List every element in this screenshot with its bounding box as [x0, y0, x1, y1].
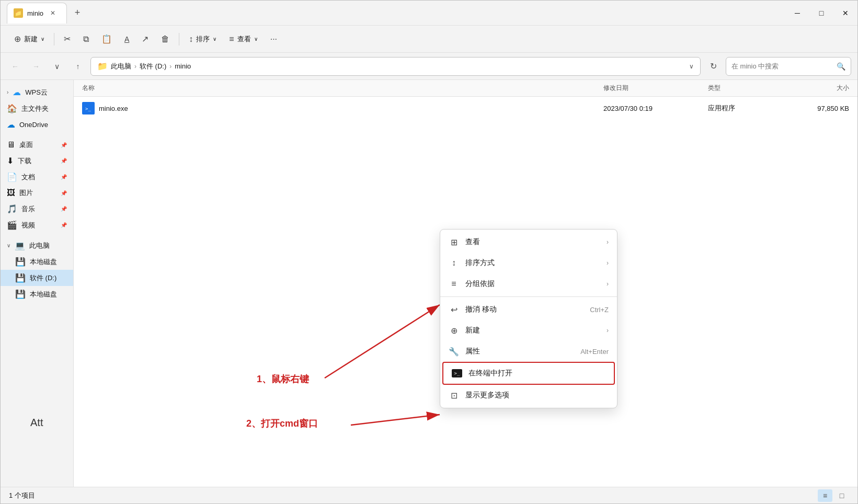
view-dropdown-icon: ∨: [254, 36, 258, 42]
ctx-undo-icon: ↩: [449, 304, 459, 315]
address-box[interactable]: 📁 此电脑 › 软件 (D:) › minio ∨: [90, 57, 701, 76]
search-input[interactable]: [731, 62, 833, 70]
status-text: 1 个项目: [9, 491, 35, 500]
ctx-new-icon: ⊕: [449, 325, 459, 336]
sidebar-music-label: 音乐: [21, 204, 35, 214]
view-button[interactable]: ≡ 查看 ∨: [224, 31, 262, 47]
ctx-item-new[interactable]: ⊕ 新建 ›: [440, 320, 617, 341]
main-content: › ☁ WPS云 🏠 主文件夹 ☁ OneDrive 🖥 桌面 📌 ⬇ 下载: [1, 80, 857, 487]
tab-folder-icon: 📁: [14, 8, 23, 18]
expand-icon-thispc: ∨: [7, 243, 10, 248]
sidebar-item-localdisk1[interactable]: 💾 本地磁盘: [1, 254, 73, 270]
file-name-cell: >_ minio.exe: [82, 102, 603, 114]
ctx-group-icon: ≡: [449, 279, 459, 289]
sort-button[interactable]: ↕ 排序 ∨: [184, 31, 222, 47]
delete-button[interactable]: 🗑: [156, 31, 175, 47]
file-explorer-window: 📁 minio ✕ + ─ □ ✕ ⊕ 新建 ∨ ✂ ⧉ 📋 A: [0, 0, 858, 504]
more-icon: ···: [270, 35, 277, 44]
sidebar-item-downloads[interactable]: ⬇ 下载 📌: [1, 153, 73, 169]
ctx-item-terminal[interactable]: >_ 在终端中打开: [442, 362, 615, 385]
col-size: 大小: [786, 84, 849, 93]
sidebar-music-icon: 🎵: [7, 204, 17, 214]
sidebar-item-home[interactable]: 🏠 主文件夹: [1, 100, 73, 117]
ctx-item-properties[interactable]: 🔧 属性 Alt+Enter: [440, 341, 617, 362]
sort-dropdown-icon: ∨: [213, 36, 216, 42]
annotation-step2: 2、打开cmd窗口: [246, 417, 318, 430]
context-menu: ⊞ 查看 › ↕ 排序方式 › ≡ 分组依据 › ↩ 撤消 移动: [440, 229, 617, 408]
file-size: 97,850 KB: [786, 105, 849, 112]
sidebar-item-wps[interactable]: › ☁ WPS云: [1, 84, 73, 100]
col-name[interactable]: 名称: [82, 84, 603, 93]
sidebar-item-localdisk3[interactable]: 💾 本地磁盘: [1, 286, 73, 302]
new-label: 新建: [24, 35, 38, 44]
pin-icon-desktop: 📌: [61, 142, 67, 148]
cut-button[interactable]: ✂: [59, 31, 76, 47]
svg-line-4: [351, 415, 440, 425]
refresh-button[interactable]: ↻: [705, 58, 722, 75]
maximize-button[interactable]: □: [809, 1, 833, 26]
up-button[interactable]: ↑: [70, 58, 86, 75]
sidebar-localdisk3-icon: 💾: [15, 289, 26, 299]
tab-minio[interactable]: 📁 minio ✕: [7, 3, 67, 24]
minimize-button[interactable]: ─: [785, 1, 809, 26]
ctx-item-more[interactable]: ⊡ 显示更多选项: [440, 385, 617, 406]
expand-history-button[interactable]: ∨: [49, 58, 65, 75]
ctx-item-view[interactable]: ⊞ 查看 ›: [440, 232, 617, 253]
ctx-new-arrow: ›: [607, 327, 609, 334]
copy-button[interactable]: ⧉: [78, 31, 94, 47]
sidebar-videos-icon: 🎬: [7, 220, 17, 230]
close-button[interactable]: ✕: [833, 1, 857, 26]
forward-button[interactable]: →: [28, 58, 44, 75]
breadcrumb-sep-2: ›: [169, 63, 171, 70]
new-button[interactable]: ⊕ 新建 ∨: [9, 31, 50, 47]
sidebar-item-docs[interactable]: 📄 文档 📌: [1, 169, 73, 185]
toolbar: ⊕ 新建 ∨ ✂ ⧉ 📋 A ↗ 🗑 ↕ 排序 ∨ ≡ 查看: [1, 26, 857, 53]
ctx-item-undo[interactable]: ↩ 撤消 移动 Ctrl+Z: [440, 299, 617, 320]
share-button[interactable]: ↗: [136, 31, 154, 47]
search-icon: 🔍: [837, 62, 845, 71]
sidebar-item-pictures[interactable]: 🖼 图片 📌: [1, 185, 73, 201]
list-view-button[interactable]: ≡: [818, 489, 832, 502]
sidebar-item-desktop[interactable]: 🖥 桌面 📌: [1, 137, 73, 153]
back-button[interactable]: ←: [7, 58, 24, 75]
sidebar-desktop-label: 桌面: [19, 140, 33, 150]
tab-close-button[interactable]: ✕: [48, 8, 58, 18]
svg-line-3: [325, 305, 440, 378]
sidebar-item-music[interactable]: 🎵 音乐 📌: [1, 201, 73, 217]
sidebar-videos-label: 视频: [21, 221, 35, 230]
sidebar-localdisk1-icon: 💾: [15, 257, 26, 267]
sidebar-separator-1: [1, 133, 73, 137]
ctx-properties-shortcut: Alt+Enter: [580, 348, 609, 356]
pin-icon-downloads: 📌: [61, 158, 67, 164]
file-exe-icon: >_: [82, 102, 95, 114]
sort-icon: ↕: [189, 35, 193, 44]
svg-text:>_: >_: [85, 106, 91, 111]
sidebar-onedrive-icon: ☁: [7, 120, 15, 130]
ctx-group-label: 分组依据: [465, 279, 600, 289]
sidebar-item-drive-d[interactable]: 💾 软件 (D:): [1, 270, 73, 286]
search-box: 🔍: [726, 57, 851, 76]
file-area: 名称 修改日期 类型 大小 >_ minio.exe 2023/07/30 0:…: [74, 80, 857, 487]
rename-button[interactable]: A: [119, 32, 134, 47]
sidebar-localdisk1-label: 本地磁盘: [30, 257, 57, 267]
ctx-more-label: 显示更多选项: [465, 391, 609, 400]
ctx-item-sort[interactable]: ↕ 排序方式 ›: [440, 253, 617, 273]
rename-icon: A: [124, 35, 129, 43]
new-tab-button[interactable]: +: [69, 5, 86, 21]
sidebar-item-videos[interactable]: 🎬 视频 📌: [1, 217, 73, 233]
address-dropdown-icon: ∨: [689, 63, 694, 70]
new-dropdown-icon: ∨: [41, 36, 44, 42]
grid-view-button[interactable]: □: [834, 489, 849, 502]
paste-button[interactable]: 📋: [96, 31, 117, 47]
titlebar: 📁 minio ✕ + ─ □ ✕: [1, 1, 857, 26]
ctx-item-group[interactable]: ≡ 分组依据 ›: [440, 273, 617, 294]
sidebar-desktop-icon: 🖥: [7, 140, 15, 150]
sidebar-item-onedrive[interactable]: ☁ OneDrive: [1, 117, 73, 133]
ctx-view-arrow: ›: [607, 238, 609, 246]
table-row[interactable]: >_ minio.exe 2023/07/30 0:19 应用程序 97,850…: [74, 97, 857, 120]
sidebar-localdisk3-label: 本地磁盘: [30, 290, 57, 299]
sidebar-pictures-icon: 🖼: [7, 188, 15, 198]
delete-icon: 🗑: [161, 35, 169, 44]
more-button[interactable]: ···: [265, 31, 282, 47]
sidebar-item-thispc[interactable]: ∨ 💻 此电脑: [1, 237, 73, 254]
